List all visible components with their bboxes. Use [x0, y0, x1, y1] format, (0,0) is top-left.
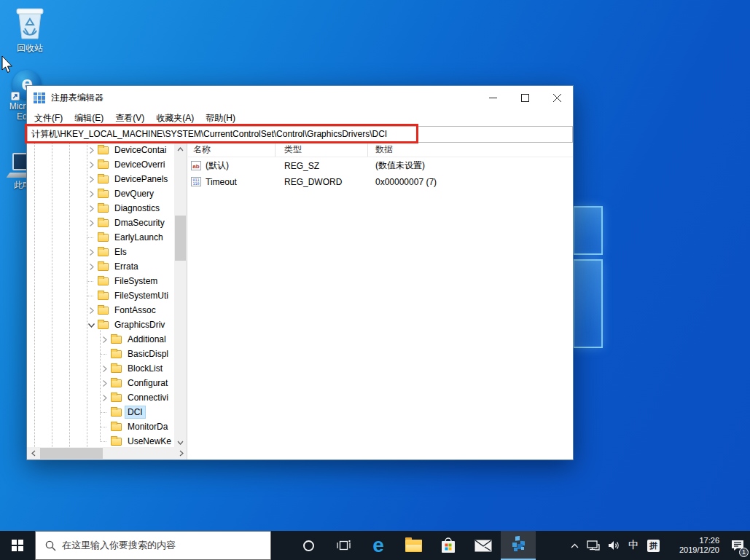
folder-icon [111, 438, 122, 446]
tree-item-label: FontAssoc [112, 304, 158, 316]
tree-item-label: Connectivi [125, 392, 171, 403]
speaker-icon [608, 540, 620, 551]
column-header-2[interactable]: 数据 [368, 143, 573, 157]
chevron-collapsed-icon[interactable] [87, 146, 96, 155]
horizontal-scroll-thumb[interactable] [40, 448, 103, 459]
folder-icon [111, 336, 122, 344]
tree-item-additional[interactable]: Additional [27, 332, 175, 347]
cortana-icon [303, 540, 314, 551]
taskbar-registry-editor-button[interactable] [501, 531, 536, 560]
tree-connector [100, 441, 106, 442]
tree-item-connectivi[interactable]: Connectivi [27, 390, 175, 405]
folder-icon [98, 248, 109, 256]
tray-ime-mode[interactable]: 拼 [647, 540, 660, 552]
scroll-left-button[interactable] [27, 447, 39, 460]
tree-connector [100, 354, 106, 355]
folder-icon [111, 409, 122, 417]
value-name: (默认) [206, 159, 229, 172]
menu-item-0[interactable]: 文件(F) [28, 110, 69, 126]
chevron-collapsed-icon[interactable] [87, 175, 96, 184]
tree-item-graphicsdriv[interactable]: GraphicsDriv [27, 318, 175, 332]
network-icon [587, 540, 600, 551]
value-row-(默认)[interactable]: ab(默认)REG_SZ(数值未设置) [188, 158, 573, 173]
tree-item-fontassoc[interactable]: FontAssoc [27, 303, 175, 318]
tree-horizontal-scrollbar[interactable] [27, 447, 187, 460]
chevron-collapsed-icon[interactable] [87, 262, 96, 272]
tree-item-blocklist[interactable]: BlockList [27, 361, 175, 376]
vertical-scroll-thumb[interactable] [175, 216, 186, 261]
tree-item-monitorda[interactable]: MonitorDa [27, 419, 175, 434]
tree-item-dci[interactable]: DCI [27, 405, 175, 419]
tree-item-basicdispl[interactable]: BasicDispl [27, 347, 175, 361]
tree-connector [100, 412, 106, 413]
taskbar: 在这里输入你要搜索的内容 e [0, 531, 750, 560]
column-header-0[interactable]: 名称 [188, 143, 276, 157]
tray-ime-language[interactable]: 中 [624, 531, 643, 560]
value-row-Timeout[interactable]: 011110TimeoutREG_DWORD0x00000007 (7) [188, 174, 573, 189]
scroll-right-button[interactable] [175, 447, 187, 460]
tree-item-label: DeviceOverri [112, 159, 167, 170]
chevron-expanded-icon[interactable] [87, 320, 96, 330]
desktop-icon-recycle-bin[interactable]: 回收站 [4, 4, 55, 53]
menu-item-2[interactable]: 查看(V) [109, 110, 150, 126]
microsoft-store-icon [440, 537, 456, 554]
chevron-collapsed-icon[interactable] [100, 393, 109, 403]
chevron-collapsed-icon[interactable] [100, 364, 109, 374]
tray-network-button[interactable] [583, 531, 603, 560]
tree-item-label: Els [112, 246, 129, 258]
tree-item-els[interactable]: Els [27, 245, 175, 259]
chevron-collapsed-icon[interactable] [87, 248, 96, 257]
registry-values-pane: 名称类型数据 ab(默认)REG_SZ(数值未设置)011110TimeoutR… [188, 143, 573, 460]
tree-connector [87, 296, 93, 296]
taskbar-edge-button[interactable]: e [361, 531, 396, 560]
maximize-button[interactable] [509, 86, 541, 110]
tree-item-deviceoverri[interactable]: DeviceOverri [27, 157, 175, 172]
start-button[interactable] [0, 531, 35, 560]
taskbar-file-explorer-button[interactable] [396, 531, 431, 560]
tree-item-dmasecurity[interactable]: DmaSecurity [27, 216, 175, 230]
taskbar-store-button[interactable] [431, 531, 466, 560]
tree-item-devicecontai[interactable]: DeviceContai [27, 143, 175, 157]
column-header-1[interactable]: 类型 [276, 143, 368, 157]
tree-item-label: FileSystemUti [112, 290, 171, 301]
tree-item-devquery[interactable]: DevQuery [27, 186, 175, 201]
chevron-collapsed-icon[interactable] [100, 379, 109, 388]
tray-volume-button[interactable] [603, 531, 624, 560]
tree-vertical-scrollbar[interactable] [174, 143, 187, 449]
chevron-down-icon [177, 441, 184, 445]
minimize-button[interactable] [477, 86, 509, 110]
close-button[interactable] [541, 86, 573, 110]
taskbar-search-box[interactable]: 在这里输入你要搜索的内容 [35, 531, 271, 560]
chevron-collapsed-icon[interactable] [100, 335, 109, 344]
action-center-button[interactable]: 1 [725, 531, 750, 560]
taskbar-task-view-button[interactable] [326, 531, 361, 560]
maximize-icon [521, 94, 529, 102]
tree-item-usenewke[interactable]: UseNewKe [27, 434, 175, 449]
tree-item-errata[interactable]: Errata [27, 259, 175, 274]
tree-item-configurat[interactable]: Configurat [27, 376, 175, 390]
menu-item-1[interactable]: 编辑(E) [69, 110, 109, 126]
chevron-collapsed-icon[interactable] [87, 218, 96, 228]
tree-item-devicepanels[interactable]: DevicePanels [27, 172, 175, 186]
tree-item-diagnostics[interactable]: Diagnostics [27, 201, 175, 216]
chevron-collapsed-icon[interactable] [87, 160, 96, 170]
window-titlebar[interactable]: 注册表编辑器 [27, 86, 573, 110]
taskbar-mail-button[interactable] [466, 531, 501, 560]
chevron-collapsed-icon[interactable] [87, 204, 96, 213]
chevron-collapsed-icon[interactable] [87, 189, 96, 199]
tree-item-filesystemuti[interactable]: FileSystemUti [27, 288, 175, 303]
taskbar-cortana-button[interactable] [291, 531, 326, 560]
registry-editor-window: 注册表编辑器 文件(F)编辑(E)查看(V)收藏夹(A)帮助(H) 计算机\HK… [26, 85, 574, 460]
menu-item-4[interactable]: 帮助(H) [200, 110, 241, 126]
scroll-up-button[interactable] [174, 143, 187, 155]
menu-item-3[interactable]: 收藏夹(A) [150, 110, 200, 126]
tray-clock[interactable]: 17:26 2019/12/20 [668, 536, 719, 555]
address-input[interactable]: 计算机\HKEY_LOCAL_MACHINE\SYSTEM\CurrentCon… [27, 126, 573, 143]
chevron-collapsed-icon[interactable] [87, 306, 96, 315]
tray-show-hidden-icons-button[interactable] [566, 531, 583, 560]
tree-item-filesystem[interactable]: FileSystem [27, 274, 175, 288]
folder-icon [111, 379, 122, 387]
value-type: REG_DWORD [276, 177, 368, 187]
window-title: 注册表编辑器 [51, 92, 103, 104]
tree-item-earlylaunch[interactable]: EarlyLaunch [27, 230, 175, 245]
